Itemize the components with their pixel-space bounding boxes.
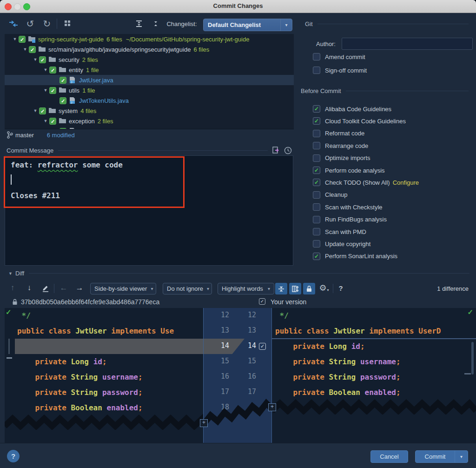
checkbox[interactable]: ✓ xyxy=(39,56,46,63)
checkbox[interactable] xyxy=(313,130,320,137)
expand-fold-button[interactable]: + xyxy=(268,403,276,411)
refresh-button[interactable]: ↻ xyxy=(41,19,53,29)
next-change-button[interactable]: → xyxy=(73,283,86,293)
expander-triangle-icon[interactable]: ▼ xyxy=(42,119,49,123)
tree-row[interactable]: ▼✓security2 files xyxy=(5,54,294,65)
checkbox[interactable]: ✓ xyxy=(39,107,46,114)
checkbox[interactable]: ✓ xyxy=(29,46,36,53)
tree-row[interactable]: ▼✓entity1 file xyxy=(5,65,294,75)
expand-all-button[interactable] xyxy=(133,19,145,29)
expander-triangle-icon[interactable]: ▼ xyxy=(11,37,19,41)
help-button[interactable]: ? xyxy=(7,450,20,462)
tree-row[interactable]: ✓JJwtUser.java xyxy=(5,75,294,85)
commit-history-button[interactable] xyxy=(271,145,281,155)
cancel-button[interactable]: Cancel xyxy=(370,450,408,463)
tree-row[interactable]: ✓JJwtTokenUtils.java xyxy=(5,95,294,106)
before-commit-item[interactable]: Cleanup xyxy=(313,191,347,199)
previous-difference-button[interactable]: ↑ xyxy=(7,283,19,293)
tree-row[interactable]: ✓J xyxy=(5,126,294,129)
expander-triangle-icon[interactable]: ▼ xyxy=(32,108,39,113)
checkbox[interactable]: ✓ xyxy=(49,87,56,94)
checkbox[interactable]: ✓ xyxy=(60,128,66,130)
author-field[interactable] xyxy=(342,38,473,50)
viewer-mode-dropdown[interactable]: Side-by-side viewer ▾ xyxy=(90,283,156,294)
highlight-mode-dropdown[interactable]: Highlight words ▾ xyxy=(218,283,274,294)
left-line-number: 13 xyxy=(207,326,229,334)
jump-to-source-button[interactable] xyxy=(39,283,51,293)
before-commit-item[interactable]: ✓Alibaba Code Guidelines xyxy=(313,105,391,113)
before-commit-item[interactable]: ✓Cloud Toolkit Code Guidelines xyxy=(313,117,406,125)
expander-triangle-icon[interactable]: ▼ xyxy=(32,57,39,62)
previous-change-button[interactable]: ← xyxy=(58,283,70,293)
expander-triangle-icon[interactable]: ▼ xyxy=(21,47,29,52)
collapse-all-button[interactable] xyxy=(150,19,162,29)
checkbox[interactable] xyxy=(313,228,320,235)
git-section-title: Git xyxy=(305,20,313,27)
expander-triangle-icon[interactable]: ▼ xyxy=(42,88,49,93)
rollback-button[interactable]: ↺ xyxy=(24,19,36,29)
recent-messages-button[interactable] xyxy=(283,145,293,155)
ignore-policy-dropdown[interactable]: Do not ignore ▾ xyxy=(163,283,212,294)
checkbox[interactable] xyxy=(313,191,320,199)
before-commit-item[interactable]: Optimize imports xyxy=(313,154,370,162)
checkbox[interactable]: ✓ xyxy=(313,117,320,125)
before-commit-item[interactable]: ✓Perform code analysis xyxy=(313,167,385,174)
checkbox[interactable]: ✓ xyxy=(60,77,66,84)
lock-icon xyxy=(306,285,312,292)
amend-commit-checkbox[interactable]: Amend commit xyxy=(313,53,365,60)
changelist-dropdown[interactable]: Default Changelist ▾ xyxy=(203,19,292,31)
before-commit-item[interactable]: Scan with Checkstyle xyxy=(313,203,383,211)
commit-message-editor[interactable]: feat: refractor some code Closes #211 xyxy=(5,155,293,266)
expander-triangle-icon[interactable]: ▼ xyxy=(42,67,49,72)
tree-row[interactable]: ▼✓exception2 files xyxy=(5,116,294,126)
checkbox[interactable] xyxy=(313,216,320,223)
collapse-unchanged-toggle[interactable] xyxy=(275,283,287,294)
include-change-checkbox[interactable]: ✓ xyxy=(259,343,266,350)
checkbox[interactable]: ✓ xyxy=(313,179,320,186)
group-by-button[interactable] xyxy=(61,19,74,29)
checkbox[interactable]: ✓ xyxy=(313,105,320,113)
checkbox[interactable] xyxy=(313,67,320,74)
modified-files-link[interactable]: 6 modified xyxy=(47,132,75,139)
signoff-commit-checkbox[interactable]: Sign-off commit xyxy=(313,67,367,74)
changed-files-tree[interactable]: ▼✓spring-security-jwt-guide6 files~/Docu… xyxy=(5,34,294,129)
commit-options-arrow[interactable]: ▾ xyxy=(455,451,468,462)
checkbox[interactable]: ✓ xyxy=(19,36,26,43)
diff-help-button[interactable]: ? xyxy=(336,283,346,293)
your-version-checkbox[interactable]: ✓ xyxy=(259,298,265,305)
checkbox[interactable]: ✓ xyxy=(313,167,320,174)
checkbox[interactable]: ✓ xyxy=(49,67,56,74)
before-commit-item[interactable]: ✓Check TODO (Show All)Configure xyxy=(313,179,419,186)
tree-row[interactable]: ▼✓src/main/java/github/javaguide/springs… xyxy=(5,44,294,54)
checkbox[interactable] xyxy=(313,240,320,247)
before-commit-item[interactable]: Run FindBugs analysis xyxy=(313,216,387,223)
commit-button[interactable]: Commit ▾ xyxy=(415,450,468,463)
tree-row[interactable]: ▼✓spring-security-jwt-guide6 files~/Docu… xyxy=(5,34,294,44)
configure-link[interactable]: Configure xyxy=(393,179,419,186)
show-diff-button[interactable] xyxy=(7,19,20,29)
disable-editing-toggle[interactable] xyxy=(303,283,315,294)
checkbox[interactable]: ✓ xyxy=(49,118,56,125)
left-line-number: 14 xyxy=(207,341,229,350)
checkbox[interactable]: ✓ xyxy=(313,253,320,260)
before-commit-item[interactable]: Reformat code xyxy=(313,130,364,137)
before-commit-item[interactable]: Scan with PMD xyxy=(313,228,366,235)
checkbox[interactable] xyxy=(313,142,320,149)
expand-fold-button[interactable]: + xyxy=(200,419,208,427)
sync-scroll-toggle[interactable] xyxy=(289,283,301,294)
diff-settings-button[interactable]: ⚙ ▾ xyxy=(318,283,330,293)
tree-row[interactable]: ▼✓utils1 file xyxy=(5,85,294,95)
diff-section-header[interactable]: ▼ Diff xyxy=(8,270,469,277)
before-commit-item[interactable]: Update copyright xyxy=(313,240,370,247)
checkbox[interactable]: ✓ xyxy=(60,97,66,104)
left-diff-editor[interactable]: ✓ */public class JwtUser implements Usep… xyxy=(5,308,203,443)
checkbox[interactable] xyxy=(313,53,320,60)
checkbox[interactable] xyxy=(313,154,320,162)
code-line: */ xyxy=(5,308,203,323)
before-commit-item[interactable]: Rearrange code xyxy=(313,142,368,149)
checkbox[interactable] xyxy=(313,203,320,211)
right-diff-editor[interactable]: ✓ */public class JwtUser implements User… xyxy=(272,308,476,443)
tree-row[interactable]: ▼✓system4 files xyxy=(5,106,294,116)
before-commit-item[interactable]: ✓Perform SonarLint analysis xyxy=(313,253,397,260)
next-difference-button[interactable]: ↓ xyxy=(23,283,35,293)
